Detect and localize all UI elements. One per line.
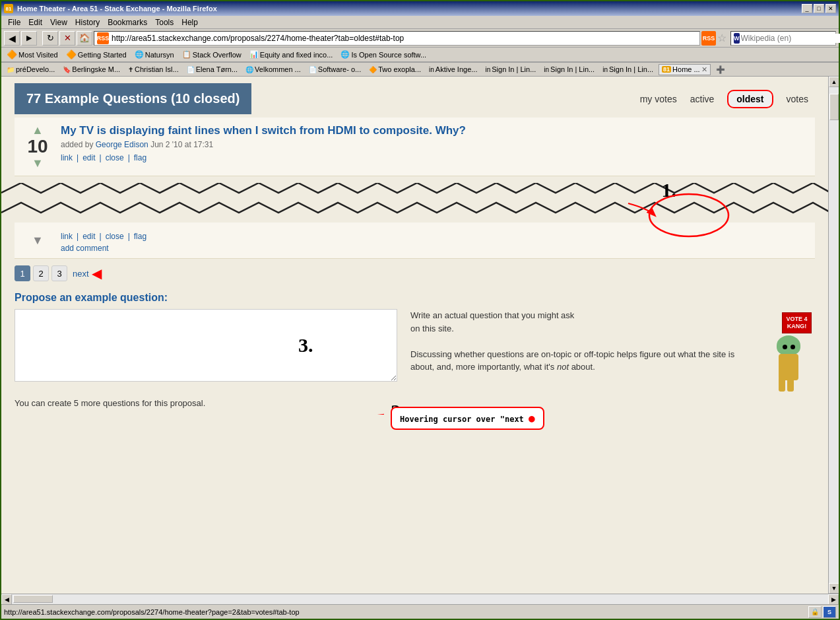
bookmark-stackoverflow-label: Stack Overflow bbox=[193, 51, 242, 59]
bookmark-exoplan[interactable]: 🔶 Two exopla... bbox=[366, 65, 424, 74]
scroll-thumb-horizontal[interactable] bbox=[13, 595, 53, 603]
menu-help[interactable]: Help bbox=[178, 17, 202, 28]
bookmark-most-visited[interactable]: 🔶 Most Visited bbox=[4, 49, 61, 60]
partial-action-link[interactable]: link bbox=[61, 232, 73, 241]
berlingske-icon: 🔖 bbox=[63, 66, 71, 73]
alien-leg-right bbox=[787, 378, 794, 392]
status-url: http://area51.stackexchange.com/proposal… bbox=[4, 608, 806, 616]
bookmark-elena[interactable]: 📄 Elena Tørn... bbox=[184, 65, 240, 74]
bookmark-predevel[interactable]: 📁 préDevelo... bbox=[4, 65, 57, 74]
action-close[interactable]: close bbox=[106, 153, 124, 162]
browser-window: 81 Home Theater - Area 51 - Stack Exchan… bbox=[0, 0, 840, 620]
bookmark-signin3[interactable]: in Sign In | Lin... bbox=[600, 65, 656, 74]
action-edit[interactable]: edit bbox=[82, 153, 95, 162]
scroll-up-button[interactable]: ▲ bbox=[829, 77, 839, 87]
alien-mascot: VOTE 4 KANG! bbox=[765, 312, 812, 392]
maximize-button[interactable]: □ bbox=[814, 4, 824, 13]
nav-bar: ◀ ▶ ↻ ✕ 🏠 RSS RSS ☆ W 🔍 bbox=[1, 29, 839, 48]
question-count-header: 77 Example Questions (10 closed) bbox=[15, 83, 251, 114]
sort-active[interactable]: active bbox=[690, 94, 715, 104]
home-button[interactable]: 🏠 bbox=[77, 31, 92, 46]
close-button[interactable]: ✕ bbox=[825, 4, 836, 13]
annotation-step3: 3. bbox=[298, 334, 313, 357]
menu-bookmarks[interactable]: Bookmarks bbox=[104, 17, 151, 28]
sort-votes[interactable]: votes bbox=[787, 94, 808, 104]
sort-oldest[interactable]: oldest bbox=[727, 90, 773, 108]
stop-button[interactable]: ✕ bbox=[59, 31, 75, 46]
scroll-track-vertical[interactable] bbox=[829, 87, 839, 583]
forward-button[interactable]: ▶ bbox=[21, 31, 37, 46]
alien-eyes bbox=[783, 345, 795, 349]
menu-tools[interactable]: Tools bbox=[151, 17, 178, 28]
action-sep1: | bbox=[77, 153, 79, 162]
bookmark-velkommen[interactable]: 🌐 Velkommen ... bbox=[243, 65, 304, 74]
menu-file[interactable]: File bbox=[4, 17, 24, 28]
partial-action-close[interactable]: close bbox=[106, 232, 124, 241]
bookmark-new-tab[interactable]: ➕ bbox=[713, 65, 728, 75]
bookmark-christian[interactable]: ✝ Christian Isl... bbox=[125, 65, 181, 74]
bookmark-software[interactable]: 📄 Software- o... bbox=[306, 65, 364, 74]
back-button[interactable]: ◀ bbox=[4, 31, 20, 46]
menu-view[interactable]: View bbox=[46, 17, 71, 28]
vote-down-arrow[interactable]: ▼ bbox=[32, 157, 44, 169]
info-line2: on this site. bbox=[410, 324, 454, 333]
title-text: Home Theater - Area 51 - Stack Exchange … bbox=[17, 5, 217, 13]
propose-textarea[interactable] bbox=[15, 309, 397, 382]
bookmark-natursyn[interactable]: 🌐 Natursyn bbox=[132, 50, 177, 59]
minimize-button[interactable]: _ bbox=[802, 4, 812, 13]
alien-head bbox=[777, 335, 800, 355]
search-input[interactable] bbox=[741, 34, 840, 43]
alien-leg-left bbox=[779, 378, 785, 392]
add-comment-link[interactable]: add comment bbox=[61, 244, 146, 253]
propose-info: Write an actual question that you might … bbox=[410, 309, 749, 392]
action-sep3: | bbox=[128, 153, 130, 162]
author-link[interactable]: George Edison bbox=[96, 140, 148, 149]
bookmark-signin2[interactable]: in Sign In | Lin... bbox=[541, 65, 597, 74]
predevel-icon: 📁 bbox=[7, 66, 15, 73]
bookmark-getting-started[interactable]: 🔶 Getting Started bbox=[63, 49, 129, 60]
signin2-icon: in bbox=[544, 66, 549, 73]
next-link[interactable]: next ◀ bbox=[73, 265, 102, 281]
equity-icon: 📊 bbox=[249, 50, 259, 59]
vote-sign: VOTE 4 KANG! bbox=[782, 312, 812, 333]
partial-item-inner: ▼ link | edit | close | fla bbox=[21, 228, 808, 253]
partial-vote-down-arrow[interactable]: ▼ bbox=[32, 234, 44, 248]
scroll-left-button[interactable]: ◀ bbox=[1, 594, 12, 605]
menu-edit[interactable]: Edit bbox=[24, 17, 46, 28]
bookmark-equity-label: Equity and fixed inco... bbox=[260, 51, 333, 59]
bookmark-signin1[interactable]: in Sign In | Lin... bbox=[482, 65, 538, 74]
scroll-thumb-vertical[interactable] bbox=[829, 94, 839, 120]
scroll-down-button[interactable]: ▼ bbox=[829, 583, 839, 594]
signin3-icon: in bbox=[602, 66, 608, 73]
bottom-section: ▼ link | edit | close | fla bbox=[1, 223, 828, 415]
page-3[interactable]: 3 bbox=[51, 265, 67, 281]
scroll-track-horizontal[interactable] bbox=[12, 594, 828, 604]
title-favicon: 81 bbox=[4, 4, 13, 13]
page-1[interactable]: 1 bbox=[15, 265, 30, 281]
question-title-link[interactable]: My TV is displaying faint lines when I s… bbox=[61, 124, 466, 137]
refresh-button[interactable]: ↻ bbox=[42, 31, 58, 46]
page-2[interactable]: 2 bbox=[33, 265, 49, 281]
bookmark-star-icon[interactable]: ☆ bbox=[717, 32, 727, 44]
partial-action-edit[interactable]: edit bbox=[82, 232, 95, 241]
bookmark-berlingske[interactable]: 🔖 Berlingske M... bbox=[60, 65, 123, 74]
scroll-right-button[interactable]: ▶ bbox=[828, 594, 839, 605]
address-input[interactable] bbox=[109, 32, 697, 45]
vote-up-arrow[interactable]: ▲ bbox=[32, 124, 44, 136]
address-bar-container: RSS bbox=[94, 31, 700, 46]
bookmark-home-active[interactable]: 81 Home ... ✕ bbox=[659, 64, 711, 75]
rss-feed-button[interactable]: RSS bbox=[701, 31, 716, 46]
bookmark-aktive[interactable]: in Aktive Inge... bbox=[426, 65, 480, 74]
annotation-step1: 1. bbox=[662, 179, 677, 201]
action-link[interactable]: link bbox=[61, 153, 73, 162]
action-flag[interactable]: flag bbox=[134, 153, 146, 162]
home-tab-close-icon[interactable]: ✕ bbox=[701, 65, 707, 74]
sort-my-votes[interactable]: my votes bbox=[640, 94, 677, 104]
menu-history[interactable]: History bbox=[71, 17, 104, 28]
propose-info-p2: Discussing whether questions are on-topi… bbox=[410, 348, 749, 374]
content-area: 77 Example Questions (10 closed) my vote… bbox=[1, 77, 839, 594]
bookmark-stackoverflow[interactable]: 📋 Stack Overflow bbox=[179, 50, 244, 59]
partial-action-flag[interactable]: flag bbox=[134, 232, 146, 241]
bookmark-equity[interactable]: 📊 Equity and fixed inco... bbox=[247, 50, 336, 59]
bookmark-opensource[interactable]: 🌐 Is Open Source softw... bbox=[338, 50, 429, 59]
